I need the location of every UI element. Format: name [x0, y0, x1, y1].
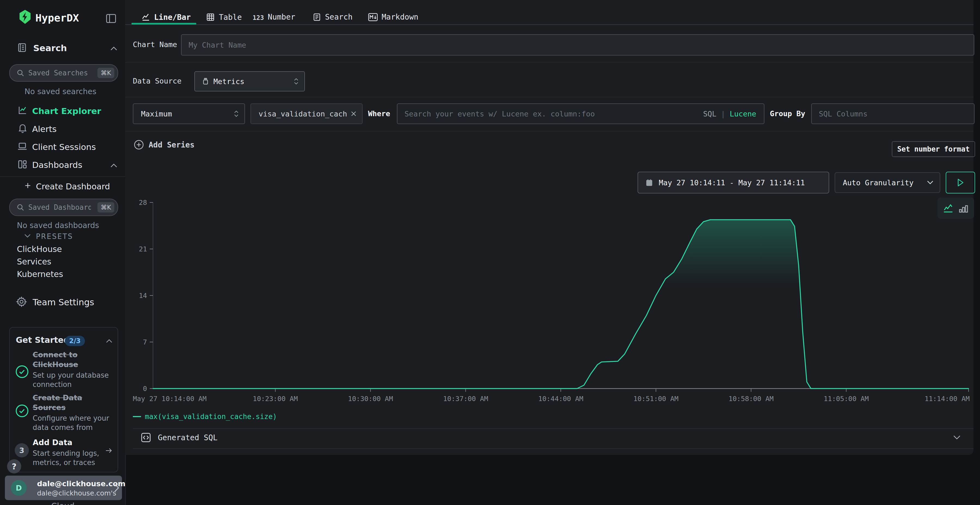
chart-name-field: [181, 34, 974, 56]
where-field: SQL | Lucene: [397, 103, 764, 124]
preset-item-kubernetes[interactable]: Kubernetes: [17, 269, 63, 279]
aggregation-select[interactable]: Maximum: [133, 103, 245, 124]
step-title: Add Data: [33, 438, 102, 448]
where-input[interactable]: [398, 110, 657, 118]
code-icon: [140, 432, 152, 443]
add-series-button[interactable]: Add Series: [134, 139, 195, 150]
tab-number[interactable]: 123 Number: [253, 13, 295, 22]
tab-label: Number: [268, 13, 295, 22]
database-icon: [202, 77, 210, 86]
tab-label: Table: [219, 13, 242, 22]
sidebar-collapse-button[interactable]: [105, 13, 117, 24]
generated-sql-toggle[interactable]: Generated SQL: [140, 432, 218, 443]
create-dashboard-button[interactable]: Create Dashboard: [36, 182, 110, 191]
search-doc-icon: [312, 13, 321, 22]
sidebar-item-chart-explorer[interactable]: Chart Explorer: [32, 106, 101, 116]
svg-text:0: 0: [143, 385, 147, 392]
svg-text:14: 14: [139, 292, 147, 300]
step-done-check-icon: [15, 364, 29, 379]
selector-chevrons-icon: [293, 77, 299, 86]
presets-chevron-down-icon[interactable]: [24, 233, 31, 238]
laptop-icon: [17, 141, 28, 152]
language-toggle-separator: |: [721, 110, 730, 118]
chevron-down-icon: [927, 180, 934, 185]
aggregation-value: Maximum: [141, 110, 172, 118]
dashboards-chevron-up-icon[interactable]: [110, 163, 118, 168]
user-email: dale@clickhouse.com: [37, 480, 126, 488]
tab-markdown[interactable]: Markdown: [368, 13, 418, 22]
get-started-step[interactable]: Add Data Start sending logs, metrics, or…: [33, 438, 102, 467]
preset-item-services[interactable]: Services: [17, 257, 51, 266]
saved-dashboards-search[interactable]: ⌘K: [9, 199, 118, 216]
run-query-button[interactable]: [946, 172, 975, 194]
sidebar-item-dashboards[interactable]: Dashboards: [32, 160, 82, 170]
get-started-progress-badge: 2/3: [65, 336, 85, 346]
divider: [125, 62, 974, 63]
sidebar-item-team-settings[interactable]: Team Settings: [33, 297, 94, 308]
granularity-value: Auto Granularity: [843, 178, 913, 187]
user-org: dale@clickhouse.com's: [37, 489, 116, 497]
data-source-select[interactable]: Metrics: [194, 71, 305, 91]
get-started-title: Get Started: [16, 335, 69, 345]
divider: [125, 97, 974, 97]
step-title: Create Data Sources: [33, 393, 115, 413]
saved-searches-input[interactable]: [28, 68, 91, 77]
chart-line-icon: [18, 105, 28, 115]
step-title: Connect to ClickHouse: [33, 350, 115, 370]
sql-language-toggle[interactable]: SQL: [703, 110, 716, 118]
user-menu[interactable]: D dale@clickhouse.com dale@clickhouse.co…: [5, 476, 122, 500]
legend-item[interactable]: max(visa_validation_cache.size): [133, 413, 277, 421]
generated-sql-chevron-down-icon[interactable]: [953, 435, 961, 440]
legend-label: max(visa_validation_cache.size): [145, 413, 277, 421]
svg-text:10:37:00 AM: 10:37:00 AM: [443, 395, 488, 403]
generated-sql-label: Generated SQL: [158, 433, 218, 442]
saved-searches-shortcut: ⌘K: [97, 68, 115, 78]
chart-name-input[interactable]: [181, 41, 974, 49]
get-started-panel: Get Started 2/3 Connect to ClickHouse Se…: [9, 327, 118, 472]
tab-line-bar[interactable]: Line/Bar: [141, 13, 191, 22]
search-section-icon: [17, 43, 27, 53]
plus-circle-icon: [134, 139, 144, 150]
svg-text:11:14:00 AM: 11:14:00 AM: [924, 395, 970, 403]
sidebar-section-search[interactable]: Search: [33, 43, 67, 53]
svg-text:10:58:00 AM: 10:58:00 AM: [729, 395, 774, 403]
sidebar-item-alerts[interactable]: Alerts: [32, 124, 57, 134]
data-source-label: Data Source: [133, 77, 181, 85]
data-source-value: Metrics: [213, 77, 245, 86]
tab-table[interactable]: Table: [206, 13, 242, 22]
sidebar-item-client-sessions[interactable]: Client Sessions: [32, 142, 96, 152]
no-saved-searches-text: No saved searches: [24, 87, 96, 96]
chart-name-label: Chart Name: [133, 40, 177, 49]
metric-field-chip[interactable]: visa_validation_cach: [250, 103, 363, 124]
time-range-picker[interactable]: May 27 10:14:11 - May 27 11:14:11: [638, 172, 829, 194]
close-icon[interactable]: [350, 110, 357, 117]
search-section-chevron-up-icon[interactable]: [110, 46, 118, 51]
get-started-step[interactable]: Create Data Sources Configure where your…: [33, 393, 115, 432]
step-description: Set up your database connection: [33, 371, 115, 389]
group-by-input[interactable]: [812, 110, 974, 118]
calendar-icon: [645, 178, 653, 187]
presets-header[interactable]: PRESETS: [36, 232, 73, 241]
get-started-step[interactable]: Connect to ClickHouse Set up your databa…: [33, 350, 115, 389]
saved-dashboards-input[interactable]: [28, 203, 91, 212]
svg-text:21: 21: [139, 245, 147, 253]
group-by-label: Group By: [770, 110, 805, 118]
hyperdx-logo-icon: [18, 9, 33, 24]
set-number-format-button[interactable]: Set number format: [892, 141, 975, 157]
get-started-chevron-up-icon[interactable]: [106, 338, 113, 343]
granularity-select[interactable]: Auto Granularity: [835, 172, 940, 193]
saved-searches-search[interactable]: ⌘K: [9, 64, 118, 82]
no-saved-dashboards-text: No saved dashboards: [17, 221, 99, 230]
help-button[interactable]: ?: [7, 459, 21, 473]
step-description: Start sending logs, metrics, or traces: [33, 449, 102, 467]
active-tab-underline: [132, 23, 196, 24]
dashboard-grid-icon: [17, 159, 28, 170]
add-series-label: Add Series: [149, 140, 195, 149]
preset-item-clickhouse[interactable]: ClickHouse: [17, 245, 62, 254]
bell-icon: [18, 123, 28, 133]
legend-line-swatch: [133, 416, 141, 417]
divider: [133, 448, 974, 449]
timeseries-chart[interactable]: 07142128May 27 10:14:00 AM10:23:00 AM10:…: [123, 197, 977, 411]
lucene-language-toggle[interactable]: Lucene: [730, 110, 756, 118]
tab-search[interactable]: Search: [312, 13, 353, 22]
